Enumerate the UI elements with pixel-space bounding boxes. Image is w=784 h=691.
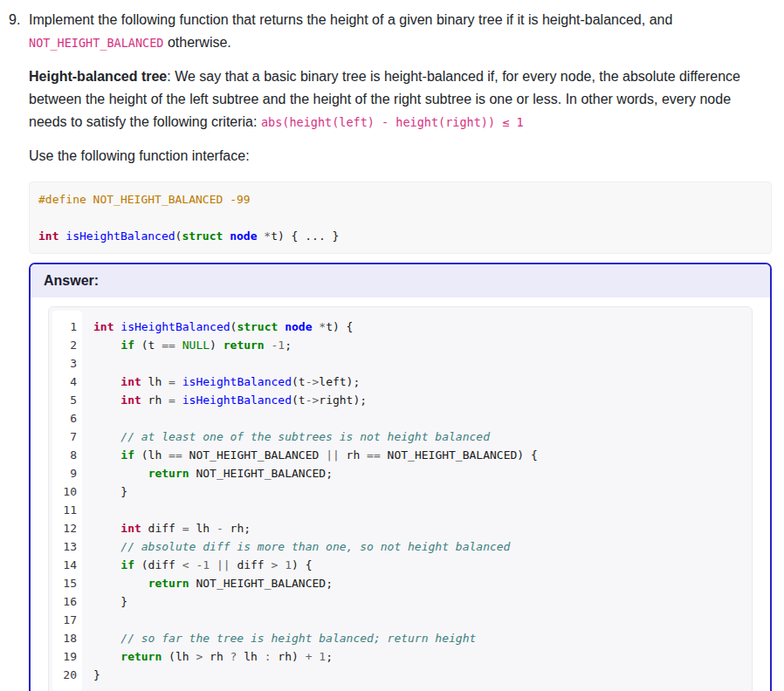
question-paragraph-interface: Use the following function interface: [29, 145, 772, 168]
line-number: 16 [56, 592, 77, 611]
line-number: 14 [56, 556, 77, 574]
question-paragraph-definition: Height-balanced tree: We say that a basi… [29, 65, 772, 133]
line-number: 18 [56, 629, 77, 647]
code-line: // at least one of the subtrees is not h… [93, 428, 745, 446]
code-line [93, 501, 745, 519]
line-number: 4 [56, 373, 77, 391]
line-number: 15 [56, 574, 77, 592]
line-number: 12 [56, 519, 77, 537]
document-page: 9. Implement the following function that… [0, 0, 784, 691]
line-numbers-column: 1234567891011121314151617181920 [52, 311, 82, 691]
code-line: } [93, 482, 745, 501]
line-number: 1 [56, 318, 77, 336]
question-item: 9. Implement the following function that… [9, 9, 772, 691]
code-line: // so far the tree is height balanced; r… [93, 629, 745, 647]
question-paragraph-intro: Implement the following function that re… [29, 9, 772, 54]
answer-body: 1234567891011121314151617181920 int isHe… [31, 298, 770, 691]
inline-code: NOT_HEIGHT_BALANCED [29, 36, 163, 50]
code-line: int rh = isHeightBalanced(t->right); [93, 391, 745, 409]
code-line: if (lh == NOT_HEIGHT_BALANCED || rh == N… [93, 446, 745, 464]
code-line [38, 209, 762, 227]
answer-code-lines: int isHeightBalanced(struct node *t) { i… [82, 311, 748, 691]
line-number: 10 [56, 482, 77, 501]
line-number: 8 [56, 446, 77, 464]
code-line: int diff = lh - rh; [93, 519, 745, 537]
answer-label: Answer: [44, 273, 99, 288]
line-number: 7 [56, 428, 77, 446]
line-number: 3 [56, 354, 77, 373]
code-line: #define NOT_HEIGHT_BALANCED -99 [38, 190, 762, 209]
code-line: // absolute diff is more than one, so no… [93, 537, 745, 556]
answer-header: Answer: [31, 264, 770, 298]
line-number: 13 [56, 537, 77, 556]
line-number: 6 [56, 409, 77, 428]
text-segment: otherwise. [163, 35, 230, 50]
text-segment: Implement the following function that re… [29, 12, 672, 27]
line-number: 19 [56, 647, 77, 666]
question-body: Implement the following function that re… [29, 9, 772, 691]
line-number: 9 [56, 464, 77, 482]
answer-code-block: 1234567891011121314151617181920 int isHe… [48, 306, 753, 691]
code-line: int lh = isHeightBalanced(t->left); [93, 373, 745, 391]
code-line: if (t == NULL) return -1; [93, 336, 745, 354]
line-number: 2 [56, 336, 77, 354]
text-segment: Height-balanced tree [29, 69, 167, 84]
code-line: } [93, 592, 745, 611]
code-line: } [93, 666, 745, 684]
line-number: 20 [56, 666, 77, 684]
line-number: 5 [56, 391, 77, 409]
code-line: int isHeightBalanced(struct node *t) { .… [38, 227, 762, 245]
inline-code: abs(height(left) - height(right)) ≤ 1 [261, 115, 524, 129]
interface-code-block: #define NOT_HEIGHT_BALANCED -99 int isHe… [29, 181, 772, 254]
code-line: if (diff < -1 || diff > 1) { [93, 556, 745, 574]
line-number: 17 [56, 611, 77, 629]
line-number: 11 [56, 501, 77, 519]
code-line [93, 354, 745, 373]
code-line: int isHeightBalanced(struct node *t) { [93, 318, 745, 336]
code-line [93, 611, 745, 629]
code-line: return (lh > rh ? lh : rh) + 1; [93, 647, 745, 666]
code-line: return NOT_HEIGHT_BALANCED; [93, 574, 745, 592]
question-number: 9. [9, 9, 29, 31]
code-line [93, 409, 745, 428]
code-line: return NOT_HEIGHT_BALANCED; [93, 464, 745, 482]
answer-panel: Answer: 1234567891011121314151617181920 … [29, 263, 772, 691]
